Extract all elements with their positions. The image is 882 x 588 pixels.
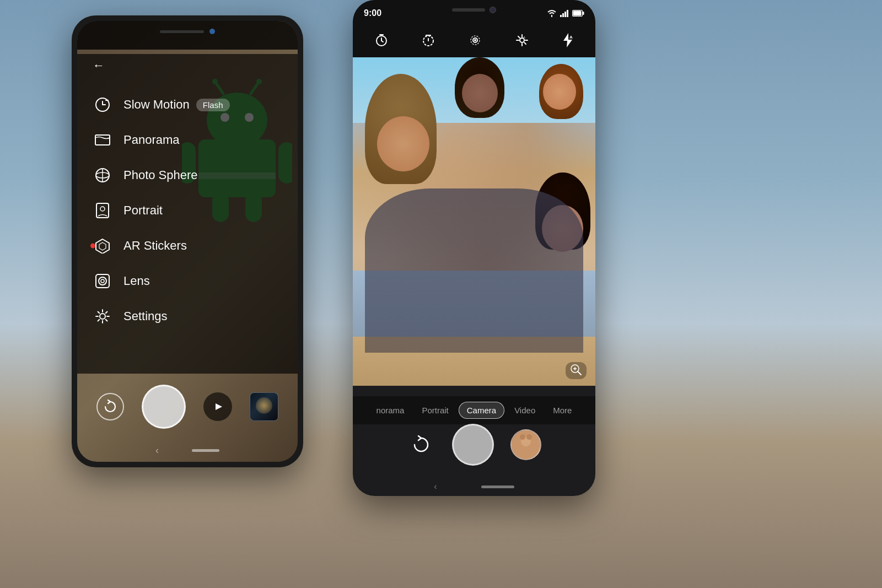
nav-bar-right: ‹ [353,482,595,492]
phone-left: ← Slow Motion Flash Panorama [72,15,303,467]
svg-rect-29 [564,12,566,17]
svg-point-49 [519,448,533,459]
shutter-button-left[interactable] [142,385,186,429]
settings-icon [93,306,112,326]
status-icons [547,9,584,17]
zoom-indicator[interactable] [566,362,587,379]
video-button-left[interactable] [203,392,232,421]
signal-icon [560,9,569,17]
speaker-right [452,8,485,12]
svg-marker-26 [216,403,222,410]
svg-point-50 [520,434,525,440]
tab-portrait[interactable]: Portrait [414,402,456,418]
svg-rect-28 [562,13,564,17]
svg-rect-33 [583,12,584,15]
photo-sphere-label: Photo Sphere [123,168,198,182]
phone-right: 9:00 [353,0,595,496]
lens-label: Lens [123,274,150,288]
back-button[interactable]: ← [93,58,105,73]
rotate-camera-button-left[interactable] [96,393,124,420]
menu-item-portrait[interactable]: Portrait [77,193,298,228]
photo-sphere-icon [93,165,112,185]
menu-item-settings[interactable]: Settings [77,299,298,334]
panorama-label: Panorama [123,133,180,147]
svg-marker-20 [96,239,109,253]
front-camera [490,7,496,13]
flash-icon[interactable]: A [559,30,577,54]
gallery-thumbnail-left[interactable] [250,392,278,421]
hdr-icon[interactable]: A [512,30,532,53]
svg-point-23 [99,277,106,285]
svg-rect-32 [573,11,582,16]
svg-rect-27 [560,15,562,17]
timer-icon[interactable] [372,30,391,53]
nav-back-left: ‹ [155,445,159,456]
lens-icon [93,271,112,291]
menu-item-panorama[interactable]: Panorama [77,122,298,158]
camera-view-right [353,57,595,386]
live-photos-icon[interactable] [465,30,485,53]
portrait-icon [93,201,112,220]
slow-motion-label: Slow Motion [123,98,190,112]
ar-stickers-label: AR Stickers [123,239,187,253]
svg-rect-14 [95,135,110,145]
bottom-controls-right [353,424,595,466]
settings-label: Settings [123,309,168,323]
nav-bar-left: ‹ [77,445,298,456]
bottom-controls-left [77,385,298,429]
flash-badge: Flash [196,99,230,111]
motion-timer-icon[interactable] [418,30,438,53]
nav-chevron-right: ‹ [434,482,437,492]
camera-notch [452,7,496,13]
camera-top-bar: A A [353,26,595,57]
panorama-icon [93,130,112,150]
svg-text:A: A [569,35,573,40]
ar-stickers-icon [93,236,112,256]
status-bar-right: 9:00 [353,0,595,26]
nav-home-left[interactable] [192,449,219,452]
nav-pill-right[interactable] [481,485,514,488]
gallery-thumbnail-right[interactable] [510,429,541,460]
svg-point-39 [474,39,476,41]
status-time: 9:00 [364,8,381,18]
menu-item-lens[interactable]: Lens [77,263,298,299]
menu-item-photo-sphere[interactable]: Photo Sphere [77,158,298,193]
svg-point-19 [100,207,105,211]
svg-marker-21 [99,242,106,250]
status-bar-left [77,21,298,50]
tab-more[interactable]: More [545,402,579,418]
slow-motion-icon [93,95,112,115]
svg-point-25 [100,314,105,319]
svg-point-24 [101,279,104,283]
svg-rect-30 [567,10,568,17]
shutter-button-right[interactable] [452,424,494,466]
mode-tabs: norama Portrait Camera Video More [353,396,595,424]
battery-icon [572,10,584,17]
portrait-label: Portrait [123,203,163,218]
menu-list: Slow Motion Flash Panorama Photo Sphere [77,87,298,334]
rotate-camera-button-right[interactable] [407,430,435,459]
menu-item-ar-stickers[interactable]: AR Stickers [77,228,298,263]
ar-notification-dot [90,244,95,249]
selfie-image [353,57,595,386]
tab-video[interactable]: Video [507,402,543,418]
svg-line-44 [578,371,581,375]
camera-dot-left [209,29,215,34]
svg-rect-22 [96,274,109,288]
tab-camera[interactable]: Camera [459,402,504,419]
tab-panorama[interactable]: norama [369,402,412,418]
svg-text:A: A [523,36,525,39]
menu-item-slow-motion[interactable]: Slow Motion Flash [77,87,298,122]
svg-point-51 [526,434,532,440]
speaker-left [160,30,204,33]
wifi-icon [547,9,557,17]
